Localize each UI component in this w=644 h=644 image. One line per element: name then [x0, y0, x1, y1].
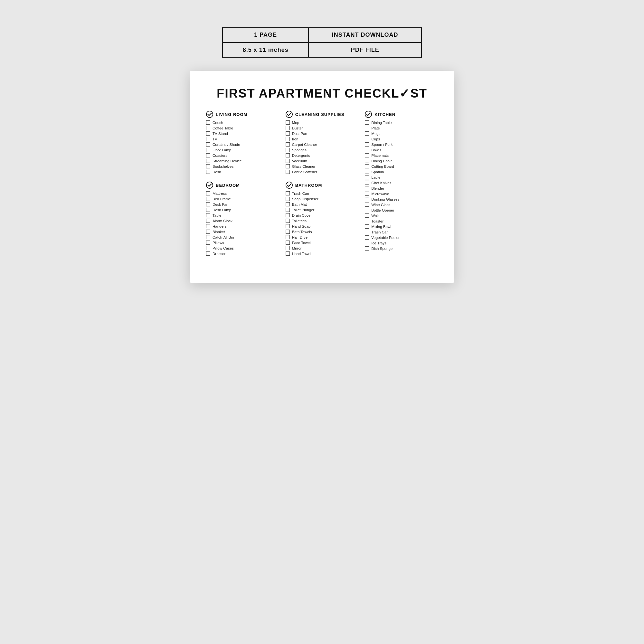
list-item[interactable]: Catch-All Bin	[206, 235, 279, 239]
checkbox[interactable]	[286, 241, 290, 245]
checkbox[interactable]	[365, 175, 369, 179]
checkbox[interactable]	[286, 126, 290, 130]
checkbox[interactable]	[206, 126, 210, 130]
checkbox[interactable]	[365, 219, 369, 223]
checkbox[interactable]	[365, 224, 369, 229]
list-item[interactable]: Mop	[286, 120, 359, 125]
list-item[interactable]: Sponges	[286, 148, 359, 152]
list-item[interactable]: Detergents	[286, 153, 359, 157]
list-item[interactable]: Coasters	[206, 153, 279, 157]
checkbox[interactable]	[365, 230, 369, 234]
list-item[interactable]: Hand Soap	[286, 224, 359, 228]
checkbox[interactable]	[365, 186, 369, 190]
list-item[interactable]: Soap Dispenser	[286, 197, 359, 201]
list-item[interactable]: Pillow Cases	[206, 246, 279, 250]
list-item[interactable]: Bowls	[365, 148, 438, 152]
list-item[interactable]: Cups	[365, 137, 438, 141]
list-item[interactable]: Iron	[286, 137, 359, 141]
list-item[interactable]: Mattress	[206, 191, 279, 195]
checkbox[interactable]	[286, 202, 290, 206]
checkbox[interactable]	[206, 219, 210, 223]
checkbox[interactable]	[365, 246, 369, 251]
checkbox[interactable]	[286, 131, 290, 136]
list-item[interactable]: Dust Pan	[286, 131, 359, 136]
list-item[interactable]: Mixing Bowl	[365, 224, 438, 229]
list-item[interactable]: Ice Trays	[365, 241, 438, 245]
list-item[interactable]: Hangers	[206, 224, 279, 228]
checkbox[interactable]	[286, 137, 290, 141]
list-item[interactable]: Streaming Device	[206, 159, 279, 163]
checkbox[interactable]	[206, 230, 210, 234]
checkbox[interactable]	[286, 235, 290, 239]
checkbox[interactable]	[365, 192, 369, 196]
checkbox[interactable]	[206, 120, 210, 125]
checkbox[interactable]	[286, 142, 290, 147]
list-item[interactable]: Vegetable Peeler	[365, 235, 438, 240]
list-item[interactable]: Fabric Softener	[286, 170, 359, 174]
checkbox[interactable]	[206, 159, 210, 163]
list-item[interactable]: Dining Chair	[365, 159, 438, 163]
list-item[interactable]: Placemats	[365, 153, 438, 157]
checkbox[interactable]	[286, 170, 290, 174]
checkbox[interactable]	[206, 197, 210, 201]
checkbox[interactable]	[286, 191, 290, 195]
checkbox[interactable]	[206, 202, 210, 206]
list-item[interactable]: Bath Mat	[286, 202, 359, 206]
checkbox[interactable]	[206, 148, 210, 152]
list-item[interactable]: Spatula	[365, 170, 438, 174]
checkbox[interactable]	[286, 208, 290, 212]
list-item[interactable]: Cutting Board	[365, 164, 438, 168]
list-item[interactable]: Desk Fan	[206, 202, 279, 206]
checkbox[interactable]	[286, 120, 290, 125]
checkbox[interactable]	[206, 251, 210, 256]
checkbox[interactable]	[206, 235, 210, 239]
list-item[interactable]: Wine Glass	[365, 203, 438, 207]
list-item[interactable]: Ladle	[365, 175, 438, 179]
list-item[interactable]: Hand Towel	[286, 251, 359, 256]
list-item[interactable]: Glass Cleaner	[286, 164, 359, 168]
list-item[interactable]: Alarm Clock	[206, 219, 279, 223]
checkbox[interactable]	[206, 208, 210, 212]
checkbox[interactable]	[286, 153, 290, 157]
list-item[interactable]: Dining Table	[365, 120, 438, 125]
list-item[interactable]: Duster	[286, 126, 359, 130]
list-item[interactable]: Carpet Cleaner	[286, 142, 359, 147]
list-item[interactable]: Microwave	[365, 192, 438, 196]
list-item[interactable]: Face Towel	[286, 241, 359, 245]
checkbox[interactable]	[365, 137, 369, 141]
list-item[interactable]: Drinking Glasses	[365, 197, 438, 201]
checkbox[interactable]	[206, 241, 210, 245]
list-item[interactable]: Bath Towels	[286, 230, 359, 234]
checkbox[interactable]	[286, 197, 290, 201]
checkbox[interactable]	[365, 148, 369, 152]
checkbox[interactable]	[286, 246, 290, 250]
checkbox[interactable]	[206, 191, 210, 195]
list-item[interactable]: TV Stand	[206, 131, 279, 136]
list-item[interactable]: Bottle Opener	[365, 208, 438, 212]
list-item[interactable]: Toaster	[365, 219, 438, 223]
checkbox[interactable]	[365, 159, 369, 163]
checkbox[interactable]	[286, 251, 290, 256]
list-item[interactable]: Mugs	[365, 131, 438, 136]
list-item[interactable]: Dresser	[206, 251, 279, 256]
checkbox[interactable]	[286, 164, 290, 168]
list-item[interactable]: Couch	[206, 120, 279, 125]
checkbox[interactable]	[365, 142, 369, 147]
list-item[interactable]: Vaccuum	[286, 159, 359, 163]
checkbox[interactable]	[286, 159, 290, 163]
checkbox[interactable]	[206, 137, 210, 141]
checkbox[interactable]	[365, 203, 369, 207]
checkbox[interactable]	[365, 235, 369, 240]
list-item[interactable]: Pillows	[206, 241, 279, 245]
list-item[interactable]: Bookshelves	[206, 164, 279, 168]
list-item[interactable]: TV	[206, 137, 279, 141]
checkbox[interactable]	[365, 164, 369, 168]
list-item[interactable]: Wok	[365, 213, 438, 218]
checkbox[interactable]	[365, 170, 369, 174]
checkbox[interactable]	[365, 213, 369, 218]
list-item[interactable]: Plate	[365, 126, 438, 130]
list-item[interactable]: Desk	[206, 170, 279, 174]
checkbox[interactable]	[365, 153, 369, 157]
checkbox[interactable]	[286, 230, 290, 234]
checkbox[interactable]	[365, 197, 369, 201]
